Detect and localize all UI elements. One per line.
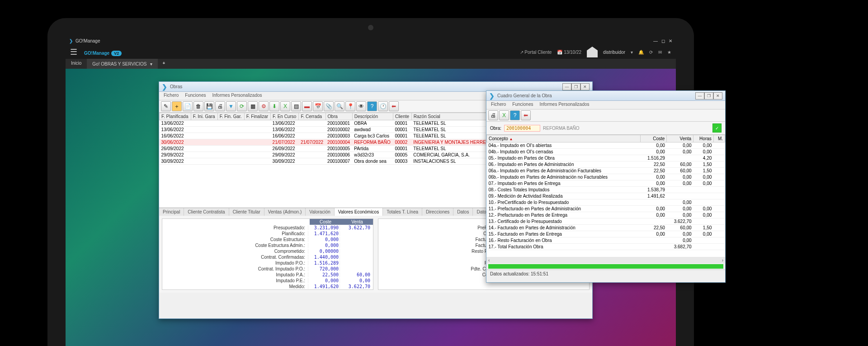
- table-row[interactable]: 15.- Facturado en Partes de Entrega0,000…: [487, 231, 725, 237]
- table-row[interactable]: 09.- Medición de Actividad Realizada1.49…: [487, 193, 725, 199]
- obra-code-input[interactable]: [504, 125, 540, 132]
- col-header[interactable]: F. En Curso: [271, 113, 299, 120]
- gear-icon[interactable]: ⚙: [259, 101, 269, 111]
- col-header[interactable]: F. Fin. Gar.: [217, 113, 244, 120]
- table-row[interactable]: 08.- Costes Totales Imputados1.538,79: [487, 187, 725, 193]
- window-restore[interactable]: ❐: [571, 83, 580, 90]
- window-close[interactable]: ✕: [580, 83, 590, 90]
- col-header[interactable]: F. Cerrada: [299, 113, 326, 120]
- user-name[interactable]: distribuidor: [603, 50, 625, 55]
- table-row[interactable]: 04b.- Imputado en OI's cerradas0,000,000…: [487, 149, 725, 155]
- calendar2-icon[interactable]: 📅: [313, 101, 323, 111]
- col-header[interactable]: Descripción: [352, 113, 393, 120]
- refresh-icon[interactable]: ⟳: [237, 101, 247, 111]
- menu-fichero[interactable]: Fichero: [164, 93, 179, 99]
- table-row[interactable]: 06a.- Imputado en Partes de Administraci…: [487, 168, 725, 174]
- portal-link[interactable]: ↗ Portal Cliente: [520, 50, 552, 55]
- col-header[interactable]: M.: [713, 135, 725, 142]
- table-row[interactable]: 17.- Total Facturación Obra3.682,70: [487, 244, 725, 250]
- window-minimize[interactable]: —: [695, 92, 704, 100]
- excel-icon[interactable]: X: [280, 101, 290, 111]
- tab-cliente-contratista[interactable]: Cliente Contratista: [184, 208, 229, 216]
- refresh-icon[interactable]: ⟳: [649, 50, 653, 55]
- col-header[interactable]: Venta: [667, 135, 693, 142]
- edit-icon[interactable]: ✎: [161, 101, 171, 111]
- tab-home[interactable]: Inicio: [66, 59, 87, 69]
- save-icon[interactable]: 💾: [204, 101, 214, 111]
- col-header[interactable]: Obra: [326, 113, 352, 120]
- confirm-button[interactable]: ✓: [712, 123, 722, 133]
- menu-informes personalizados[interactable]: Informes Personalizados: [540, 102, 590, 108]
- col-header[interactable]: Horas: [693, 135, 714, 142]
- xml-icon[interactable]: ⬇: [269, 101, 279, 111]
- col-header[interactable]: Cliente: [393, 113, 411, 120]
- calendar-icon[interactable]: ▬: [302, 101, 312, 111]
- chevron-down-icon[interactable]: ▾: [631, 50, 633, 55]
- window-titlebar[interactable]: ❯ Cuadro General de la Obra — ❐ ✕: [486, 91, 725, 101]
- cuadro-grid[interactable]: Concepto ▲CosteVentaHorasM. 04a.- Imputa…: [486, 135, 725, 257]
- tab-datos[interactable]: Datos: [453, 208, 473, 216]
- pin-icon[interactable]: 📍: [345, 101, 355, 111]
- close-button[interactable]: ✕: [669, 38, 672, 43]
- menu-funciones[interactable]: Funciones: [512, 102, 533, 108]
- filter-icon[interactable]: ▼: [226, 101, 236, 111]
- mail-icon[interactable]: ✉: [658, 50, 662, 55]
- col-header[interactable]: Concepto ▲: [487, 135, 641, 142]
- bell-icon[interactable]: 🔔: [638, 50, 644, 55]
- window-close[interactable]: ✕: [713, 92, 722, 100]
- tab-ventas--admon--[interactable]: Ventas (Admon.): [264, 208, 306, 216]
- table-row[interactable]: 07.- Imputado en Partes de Entrega0,000,…: [487, 180, 725, 187]
- maximize-button[interactable]: ◻: [661, 38, 665, 43]
- tab-totales-t--l-nea[interactable]: Totales T. Línea: [383, 208, 422, 216]
- menu-funciones[interactable]: Funciones: [185, 93, 206, 99]
- menu-icon[interactable]: ☰: [70, 47, 77, 57]
- tab-add-button[interactable]: +: [158, 59, 170, 69]
- tab-direcciones[interactable]: Direcciones: [422, 208, 453, 216]
- table-row[interactable]: 10.- PreCertificado de lo Presupuestado0…: [487, 199, 725, 206]
- table-row[interactable]: 05.- Imputado en Partes de Obra1.516,294…: [487, 155, 725, 161]
- table-row[interactable]: 14.- Facturado en Partes de Administraci…: [487, 225, 725, 231]
- minimize-button[interactable]: —: [653, 38, 658, 43]
- table-row[interactable]: 13.- Certificado de lo Presupuestado3.62…: [487, 218, 725, 225]
- star-icon[interactable]: ★: [667, 50, 671, 55]
- attach-icon[interactable]: 📎: [324, 101, 334, 111]
- col-header[interactable]: F. Planificada: [160, 113, 191, 120]
- print-icon[interactable]: 🖨: [488, 110, 498, 120]
- table-row[interactable]: 11.- Prefacturado en Partes de Administr…: [487, 206, 725, 212]
- clock-icon[interactable]: 🕐: [378, 101, 388, 111]
- menu-informes personalizados[interactable]: Informes Personalizados: [212, 93, 262, 99]
- window-restore[interactable]: ❐: [704, 92, 713, 100]
- table-row[interactable]: 06b.- Imputado en Partes de Administraci…: [487, 174, 725, 180]
- copy-icon[interactable]: 📄: [183, 101, 193, 111]
- menu-fichero[interactable]: Fichero: [491, 102, 506, 108]
- new-icon[interactable]: ＋: [172, 101, 182, 111]
- col-header[interactable]: F. Finalizar: [244, 113, 270, 120]
- tab-valoraci-n[interactable]: Valoración: [306, 208, 335, 216]
- table-row[interactable]: 06.- Imputado en Partes de Administració…: [487, 161, 725, 168]
- table-row[interactable]: 04a.- Imputado en OI's abiertas0,000,000…: [487, 142, 725, 149]
- col-header[interactable]: F. Ini. Gara: [191, 113, 217, 120]
- user-avatar-icon[interactable]: [587, 47, 598, 57]
- col-header[interactable]: Coste: [640, 135, 667, 142]
- window-menu: FicheroFuncionesInformes Personalizados: [486, 101, 725, 109]
- table-icon[interactable]: ▤: [291, 101, 301, 111]
- grid-icon[interactable]: ▦: [248, 101, 258, 111]
- search-icon[interactable]: 🔍: [335, 101, 344, 111]
- exit-icon[interactable]: ⬅: [389, 101, 399, 111]
- view-icon[interactable]: 👁: [356, 101, 366, 111]
- help-icon[interactable]: ?: [510, 110, 520, 120]
- excel-icon[interactable]: X: [499, 110, 509, 120]
- tab-valores-econ-micos[interactable]: Valores Económicos: [335, 208, 383, 216]
- exit-icon[interactable]: ⬅: [521, 110, 531, 120]
- table-row[interactable]: 16.- Resto Facturación en Obra0,00: [487, 237, 725, 244]
- horizontal-scrollbar[interactable]: ‹›: [486, 257, 725, 263]
- tab-principal[interactable]: Principal: [159, 208, 184, 216]
- tab-dropdown-icon[interactable]: ▾: [150, 62, 152, 66]
- help-icon[interactable]: ?: [367, 101, 377, 111]
- tab-cliente-titular[interactable]: Cliente Titular: [229, 208, 264, 216]
- delete-icon[interactable]: 🗑: [193, 101, 203, 111]
- print-icon[interactable]: 🖨: [215, 101, 225, 111]
- table-row[interactable]: 12.- Prefacturado en Partes de Entrega0,…: [487, 212, 725, 218]
- window-minimize[interactable]: —: [562, 83, 571, 90]
- tab-obras-servicios[interactable]: Go! OBRAS Y SERVICIOS ▾: [87, 59, 158, 69]
